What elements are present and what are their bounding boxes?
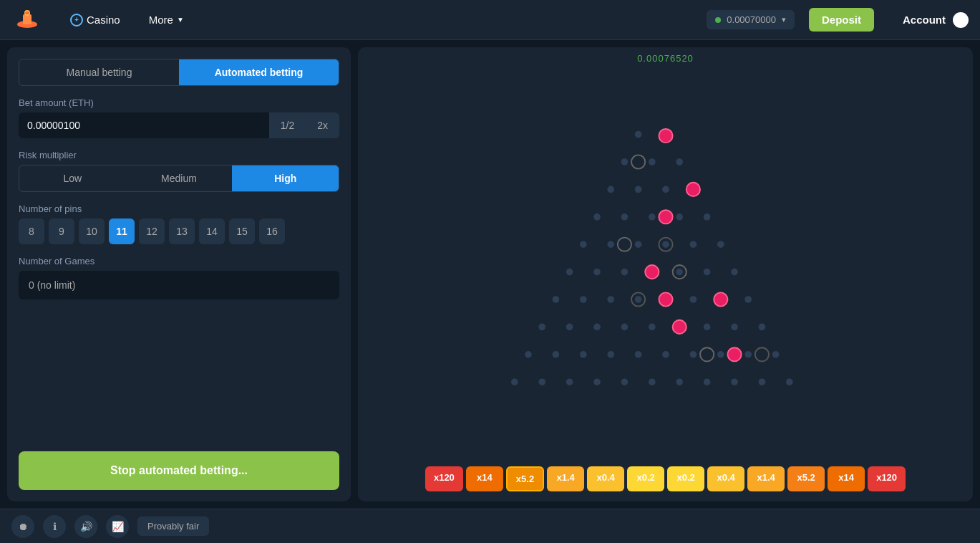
casino-label: Casino [87,14,120,26]
svg-point-7 [649,158,656,165]
svg-point-37 [689,296,697,303]
provably-fair-button[interactable]: Provably fair [137,516,209,536]
pin-11[interactable]: 11 [109,218,135,244]
svg-point-46 [703,324,710,331]
svg-point-68 [758,378,765,385]
svg-point-9 [621,158,628,165]
account-label[interactable]: Account [903,14,946,26]
info-icon: ℹ [53,521,57,532]
svg-point-63 [621,378,628,385]
risk-section: Risk multiplier Low Medium High [19,150,339,192]
games-section: Number of Games [19,256,339,299]
svg-point-18 [703,213,710,221]
info-button[interactable]: ℹ [43,515,66,538]
svg-point-51 [580,351,587,358]
risk-medium[interactable]: Medium [126,165,233,191]
left-panel: Manual betting Automated betting Bet amo… [7,47,351,501]
svg-point-8 [676,158,683,165]
svg-point-11 [634,186,641,193]
svg-point-47 [731,324,738,331]
svg-point-61 [566,378,573,385]
svg-point-82 [700,347,714,361]
tab-automated[interactable]: Automated betting [179,59,339,85]
pin-12[interactable]: 12 [139,218,165,244]
svg-point-49 [525,351,532,358]
svg-point-25 [566,269,573,276]
balance-value: 0.00070000 [727,14,776,25]
svg-point-69 [786,378,793,385]
svg-point-55 [689,351,697,358]
bucket-4: x0.4 [587,466,624,491]
svg-point-56 [717,351,724,358]
svg-point-21 [634,241,641,248]
svg-point-71 [631,155,645,168]
svg-point-32 [552,296,559,303]
bet-row: 1/2 2x [19,112,339,138]
svg-point-84 [755,347,768,361]
half-button[interactable]: 1/2 [269,112,306,138]
pin-8[interactable]: 8 [19,218,44,244]
pin-15[interactable]: 15 [229,218,255,244]
svg-rect-2 [23,14,31,24]
tab-manual[interactable]: Manual betting [19,59,179,85]
bet-input[interactable] [19,112,269,138]
svg-point-27 [621,269,628,276]
nav-casino[interactable]: + Casino [63,9,127,31]
balance-arrow: ▾ [782,15,786,24]
svg-point-79 [659,292,672,306]
nav-more[interactable]: More ▼ [142,9,191,30]
svg-point-12 [662,186,669,193]
more-label: More [149,14,173,26]
svg-point-72 [686,183,699,196]
svg-point-62 [593,378,601,385]
record-icon: ⏺ [18,521,28,532]
risk-high[interactable]: High [232,165,339,191]
svg-point-41 [566,324,573,331]
pin-16[interactable]: 16 [259,218,285,244]
svg-point-66 [703,378,710,385]
svg-point-54 [662,351,669,358]
bucket-7: x0.4 [707,466,744,491]
svg-point-31 [731,269,738,276]
svg-point-39 [744,296,752,303]
svg-point-53 [634,351,641,358]
svg-point-73 [659,210,672,224]
chart-button[interactable]: 📈 [106,515,129,538]
svg-point-35 [634,296,641,303]
game-title: 0.00076520 [637,53,694,64]
svg-point-70 [659,129,672,143]
volume-button[interactable]: 🔊 [74,515,97,538]
svg-point-15 [621,213,628,221]
pin-10[interactable]: 10 [79,218,105,244]
pin-9[interactable]: 9 [49,218,74,244]
bet-amount-section: Bet amount (ETH) 1/2 2x [19,97,339,138]
svg-point-58 [772,351,779,358]
bucket-3: x1.4 [547,466,584,491]
svg-point-42 [593,324,601,331]
svg-point-65 [676,378,683,385]
svg-point-60 [538,378,545,385]
plinko-svg [415,93,916,437]
casino-icon: + [70,14,83,27]
risk-low[interactable]: Low [19,165,126,191]
double-button[interactable]: 2x [306,112,339,138]
light-icon[interactable] [953,12,969,28]
svg-point-22 [662,241,669,248]
chart-icon: 📈 [112,521,124,532]
stop-betting-button[interactable]: Stop automated betting... [19,451,339,490]
account-area: Account [903,12,969,28]
bucket-0: x120 [425,466,463,491]
svg-point-20 [607,241,614,248]
deposit-button[interactable]: Deposit [809,8,874,32]
buckets-row: x120x14x5.2x1.4x0.4x0.2x0.2x0.4x1.4x5.2x… [425,466,906,491]
svg-point-16 [649,213,656,221]
svg-point-30 [703,269,710,276]
games-input[interactable] [19,271,339,299]
pin-13[interactable]: 13 [169,218,195,244]
svg-point-64 [649,378,656,385]
bucket-8: x1.4 [747,466,785,491]
record-button[interactable]: ⏺ [11,515,34,538]
pin-14[interactable]: 14 [199,218,225,244]
balance-display: 0.00070000 ▾ [707,10,795,29]
svg-point-76 [645,265,659,279]
